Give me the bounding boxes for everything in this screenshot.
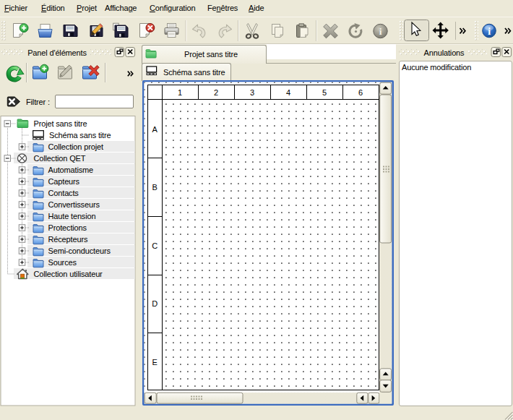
svg-text:Collection projet: Collection projet <box>48 142 103 151</box>
svg-text:C: C <box>152 241 158 250</box>
svg-text:Sources: Sources <box>48 258 77 267</box>
svg-text:i: i <box>379 26 382 37</box>
svg-text:Capteurs: Capteurs <box>48 177 80 186</box>
svg-text:Automatisme: Automatisme <box>48 166 94 174</box>
svg-text:Protections: Protections <box>48 223 87 232</box>
svg-text:Convertisseurs: Convertisseurs <box>48 200 100 209</box>
svg-text:A: A <box>152 125 158 134</box>
svg-text:3: 3 <box>250 88 254 97</box>
svg-text:Projet sans titre: Projet sans titre <box>34 119 87 128</box>
svg-text:Semi-conducteurs: Semi-conducteurs <box>48 247 111 255</box>
svg-text:D: D <box>152 299 158 308</box>
svg-text:Contacts: Contacts <box>48 189 79 197</box>
svg-text:i: i <box>488 26 491 37</box>
svg-text:6: 6 <box>358 88 363 97</box>
svg-text:4: 4 <box>286 88 290 97</box>
svg-text:5: 5 <box>322 88 327 97</box>
svg-text:2: 2 <box>214 88 218 97</box>
svg-text:B: B <box>152 183 158 192</box>
svg-text:Collection QET: Collection QET <box>34 154 86 163</box>
svg-text:Récepteurs: Récepteurs <box>48 235 88 244</box>
svg-text:Collection utilisateur: Collection utilisateur <box>34 270 103 278</box>
svg-text:1: 1 <box>178 88 182 97</box>
svg-text:E: E <box>152 358 158 367</box>
svg-text:Haute tension: Haute tension <box>48 212 96 220</box>
svg-text:Schéma sans titre: Schéma sans titre <box>49 131 111 140</box>
